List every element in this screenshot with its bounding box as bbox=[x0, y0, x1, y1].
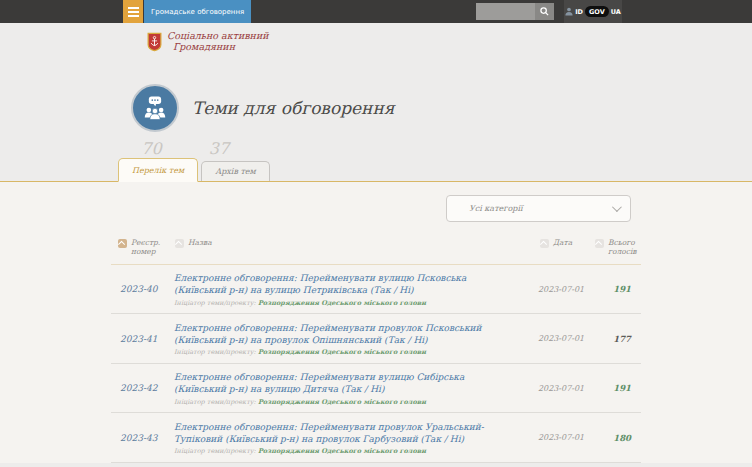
topics-section: Усі категорії Реєстр. номер Назва Дата bbox=[0, 182, 752, 463]
topic-date: 2023-07-01 bbox=[536, 433, 587, 442]
initiator-label: Ініціатор теми/проекту: bbox=[174, 447, 256, 455]
tab-topic-list[interactable]: Перелік тем bbox=[118, 158, 198, 182]
header-name: Назва bbox=[188, 238, 212, 247]
user-icon bbox=[565, 7, 573, 16]
site-logo[interactable]: Соціально активний Громадянин bbox=[147, 31, 269, 52]
discussion-people-icon bbox=[131, 84, 179, 132]
votes-value: 191 bbox=[587, 284, 641, 294]
initiator-line: Ініціатор теми/проекту: Розпорядження Од… bbox=[174, 447, 512, 455]
header-date: Дата bbox=[553, 238, 572, 247]
search-button[interactable] bbox=[535, 3, 554, 20]
table-row: 2023-43 Електронне обговорення: Переймен… bbox=[111, 413, 641, 463]
tabs-strip: Перелік тем Архів тем bbox=[0, 158, 752, 182]
topic-title-link[interactable]: Електронне обговорення: Перейменувати ву… bbox=[174, 372, 512, 395]
site-header: Соціально активний Громадянин bbox=[0, 23, 752, 60]
topic-date: 2023-07-01 bbox=[536, 384, 587, 393]
initiator-value: Розпорядження Одеського міського голови bbox=[258, 398, 426, 406]
table-row: 2023-42 Електронне обговорення: Переймен… bbox=[111, 364, 641, 414]
table-body: 2023-40 Електронне обговорення: Переймен… bbox=[111, 265, 641, 463]
votes-value: 180 bbox=[587, 433, 641, 443]
sort-date-icon[interactable] bbox=[540, 239, 549, 248]
initiator-value: Розпорядження Одеського міського голови bbox=[258, 299, 426, 307]
topbar-tab-public-discussion[interactable]: Громадське обговорення bbox=[144, 0, 251, 23]
main-content: Теми для обговорення 70 37 bbox=[111, 84, 641, 158]
topic-title-link[interactable]: Електронне обговорення: Перейменувати пр… bbox=[174, 323, 512, 346]
table-row: 2023-40 Електронне обговорення: Переймен… bbox=[111, 265, 641, 315]
initiator-value: Розпорядження Одеського міського голови bbox=[258, 447, 426, 455]
header-reg-number: Реєстр. номер bbox=[131, 238, 160, 257]
sort-reg-number-icon[interactable] bbox=[118, 239, 127, 248]
reg-number: 2023-42 bbox=[111, 383, 168, 393]
idgov-ua-label: UA bbox=[611, 8, 621, 16]
header-total-votes: Всього голосів bbox=[608, 238, 637, 257]
sort-name-icon[interactable] bbox=[175, 239, 184, 248]
odesa-coat-of-arms-icon bbox=[147, 32, 162, 52]
search-input[interactable] bbox=[476, 3, 535, 20]
idgov-login-button[interactable]: ID GOV UA bbox=[564, 0, 622, 23]
top-bar: Громадське обговорення ID GOV UA bbox=[0, 0, 752, 23]
initiator-label: Ініціатор теми/проекту: bbox=[174, 348, 256, 356]
topic-title-link[interactable]: Електронне обговорення: Перейменувати ву… bbox=[174, 273, 512, 296]
topic-date: 2023-07-01 bbox=[536, 334, 587, 343]
table-header: Реєстр. номер Назва Дата Всього голосів bbox=[111, 238, 641, 265]
initiator-label: Ініціатор теми/проекту: bbox=[174, 398, 256, 406]
archive-topics-count: 37 bbox=[188, 139, 250, 158]
list-topics-count: 70 bbox=[118, 139, 185, 158]
votes-value: 177 bbox=[587, 334, 641, 344]
search-icon bbox=[540, 7, 549, 16]
reg-number: 2023-41 bbox=[111, 334, 168, 344]
initiator-label: Ініціатор теми/проекту: bbox=[174, 299, 256, 307]
topic-title-link[interactable]: Електронне обговорення: Перейменувати пр… bbox=[174, 422, 512, 445]
tab-archive[interactable]: Архів тем bbox=[201, 161, 270, 181]
idgov-gov-label: GOV bbox=[585, 6, 609, 17]
page-head: Теми для обговорення bbox=[111, 84, 641, 132]
search-box bbox=[476, 3, 554, 20]
topic-date: 2023-07-01 bbox=[536, 285, 587, 294]
hamburger-icon bbox=[128, 7, 139, 9]
votes-value: 191 bbox=[587, 383, 641, 393]
page-title: Теми для обговорення bbox=[192, 98, 395, 118]
category-select-value: Усі категорії bbox=[469, 204, 523, 213]
chevron-down-icon bbox=[612, 202, 622, 212]
site-name: Соціально активний Громадянин bbox=[167, 31, 269, 52]
initiator-line: Ініціатор теми/проекту: Розпорядження Од… bbox=[174, 299, 512, 307]
initiator-value: Розпорядження Одеського міського голови bbox=[258, 348, 426, 356]
initiator-line: Ініціатор теми/проекту: Розпорядження Од… bbox=[174, 398, 512, 406]
initiator-line: Ініціатор теми/проекту: Розпорядження Од… bbox=[174, 348, 512, 356]
menu-button[interactable] bbox=[123, 0, 143, 23]
tabs: Перелік тем Архів тем bbox=[111, 158, 641, 181]
idgov-id-label: ID bbox=[575, 8, 583, 16]
topic-counts: 70 37 bbox=[111, 139, 641, 158]
sort-votes-icon[interactable] bbox=[595, 239, 604, 248]
reg-number: 2023-40 bbox=[111, 284, 168, 294]
category-select[interactable]: Усі категорії bbox=[446, 195, 631, 222]
reg-number: 2023-43 bbox=[111, 433, 168, 443]
table-row: 2023-41 Електронне обговорення: Переймен… bbox=[111, 314, 641, 364]
